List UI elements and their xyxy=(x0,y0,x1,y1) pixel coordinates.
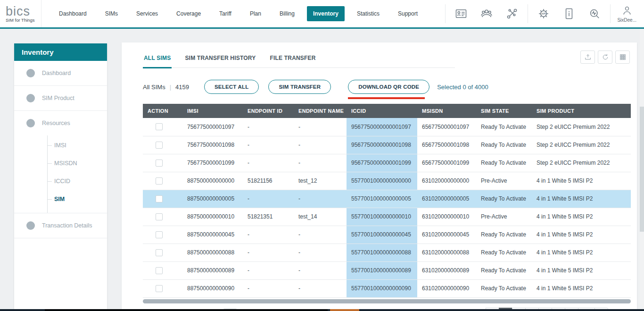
sidebar-item-msisdn[interactable]: MSISDN xyxy=(48,154,107,172)
user-menu[interactable]: SixDee... xyxy=(613,0,644,27)
bullet-icon xyxy=(26,94,35,102)
sidebar-item-sim[interactable]: SIM xyxy=(48,190,107,208)
sim-state-cell: Ready To Activate xyxy=(476,279,532,297)
tab[interactable]: FILE TRANSFER xyxy=(269,53,316,68)
column-header[interactable]: ENDPOINT ID xyxy=(243,104,294,118)
table-row: 887500000000045 - - 5577001000000000045 … xyxy=(143,226,631,244)
endpoint-name-cell: - xyxy=(294,154,347,172)
toolbar: All SIMs | 4159 SELECT ALL SIM TRANSFER … xyxy=(143,80,631,94)
sidebar-item-resources[interactable]: Resources xyxy=(14,111,107,135)
nav-item[interactable]: Plan xyxy=(244,6,267,21)
sim-state-cell: Ready To Activate xyxy=(476,154,532,172)
row-checkbox[interactable] xyxy=(156,142,163,149)
endpoint-id-cell: - xyxy=(243,154,294,172)
msisdn-cell: 656775000001098 xyxy=(417,136,476,154)
sim-state-cell: Pre-Active xyxy=(476,208,532,226)
nav-item[interactable]: Dashboard xyxy=(53,6,93,21)
sim-transfer-button[interactable]: SIM TRANSFER xyxy=(268,80,331,94)
contact-card-icon[interactable] xyxy=(454,7,468,21)
selected-count-text: Selected 0 of 4000 xyxy=(437,84,488,91)
row-checkbox[interactable] xyxy=(156,285,163,292)
column-header[interactable]: MSISDN xyxy=(417,104,476,118)
column-header[interactable]: SIM PRODUCT xyxy=(532,104,631,118)
row-checkbox[interactable] xyxy=(156,123,163,130)
row-checkbox[interactable] xyxy=(156,231,163,238)
vertical-scrollbar[interactable] xyxy=(640,29,644,309)
column-header[interactable]: ENDPOINT NAME xyxy=(294,104,347,118)
sim-state-cell: Ready To Activate xyxy=(476,136,532,154)
msisdn-cell: 631020000000045 xyxy=(417,226,476,244)
endpoint-id-cell: - xyxy=(243,226,294,244)
tab[interactable]: SIM TRANSFER HISTORY xyxy=(184,53,256,68)
divider xyxy=(610,4,611,23)
sim-product-cell: Step 2 eUICC Premium 2022 xyxy=(532,136,631,154)
diagnostics-icon[interactable] xyxy=(587,7,602,21)
vertical-scrollbar-thumb[interactable] xyxy=(640,107,644,232)
nav-item[interactable]: Coverage xyxy=(170,6,207,21)
svg-text:API: API xyxy=(542,12,546,15)
row-checkbox[interactable] xyxy=(156,160,163,167)
action-cell xyxy=(143,261,182,279)
refresh-icon[interactable] xyxy=(598,50,612,64)
nav-item[interactable]: Support xyxy=(392,6,424,21)
action-cell xyxy=(143,190,182,208)
imsi-cell: 887500000000089 xyxy=(182,261,243,279)
column-header[interactable]: ACTION xyxy=(143,104,182,118)
action-cell xyxy=(143,226,182,244)
row-checkbox[interactable] xyxy=(156,267,163,274)
brand-logo[interactable]: bics SIM for Things xyxy=(0,0,41,27)
sim-product-cell: 4 in 1 White 5 IMSI P2 xyxy=(532,208,631,226)
column-header[interactable]: ICCID xyxy=(347,104,417,118)
select-all-button[interactable]: SELECT ALL xyxy=(204,80,259,94)
nav-item[interactable]: Services xyxy=(130,6,164,21)
topbar: bics SIM for Things Dashboard SIMs Servi… xyxy=(0,0,644,29)
info-document-icon[interactable] xyxy=(562,7,576,21)
nav-item[interactable]: Tariff xyxy=(213,6,238,21)
sidebar-title: Inventory xyxy=(14,43,107,61)
sidebar: Inventory Dashboard SIM Product Resource… xyxy=(14,43,107,309)
resources-subtree: IMSI MSISDN ICCID SIM xyxy=(47,135,107,213)
row-checkbox[interactable] xyxy=(156,213,163,220)
imsi-cell: 756775000001099 xyxy=(182,154,243,172)
nav-item[interactable]: Statistics xyxy=(351,6,386,21)
nav-item[interactable]: Billing xyxy=(273,6,301,21)
list-label: All SIMs xyxy=(143,84,165,91)
integrations-icon[interactable] xyxy=(505,7,519,21)
column-header[interactable]: SIM STATE xyxy=(476,104,532,118)
columns-grid-icon[interactable] xyxy=(615,50,630,64)
sidebar-item-imsi[interactable]: IMSI xyxy=(48,136,107,154)
tabs-row: ALL SIMS SIM TRANSFER HISTORY FILE TRANS… xyxy=(143,53,631,68)
nav-item[interactable]: Inventory xyxy=(307,6,345,21)
iccid-cell: 5577001000000000005 xyxy=(347,190,417,208)
nav-item[interactable]: SIMs xyxy=(99,6,124,21)
iccid-cell: 5577001000000000000 xyxy=(347,172,417,190)
sidebar-item-iccid[interactable]: ICCID xyxy=(48,172,107,190)
row-checkbox[interactable] xyxy=(156,249,163,256)
row-checkbox[interactable] xyxy=(156,195,163,202)
endpoint-name-cell: - xyxy=(294,190,347,208)
sidebar-item-dashboard[interactable]: Dashboard xyxy=(14,61,107,86)
horizontal-scrollbar[interactable] xyxy=(143,299,631,303)
action-cell xyxy=(143,154,182,172)
imsi-cell: 887500000000005 xyxy=(182,190,243,208)
column-header[interactable]: IMSI xyxy=(182,104,243,118)
table-row: 756775000001097 - - 9567750000000001097 … xyxy=(143,118,631,136)
sidebar-item-label: Resources xyxy=(42,120,70,126)
main-content: ALL SIMS SIM TRANSFER HISTORY FILE TRANS… xyxy=(122,42,637,309)
export-icon[interactable] xyxy=(580,50,595,64)
brand-tagline: SIM for Things xyxy=(6,17,37,23)
sidebar-item-sim-product[interactable]: SIM Product xyxy=(14,86,107,111)
sidebar-item-transaction-details[interactable]: Transaction Details xyxy=(14,213,107,238)
bullet-icon xyxy=(26,221,35,230)
download-qr-code-button[interactable]: DOWNLOAD QR CODE xyxy=(348,80,429,94)
tab[interactable]: ALL SIMS xyxy=(143,53,172,68)
divider xyxy=(445,4,446,23)
brand-logo-text: bics xyxy=(6,6,37,17)
taskbar-segment xyxy=(45,309,328,311)
row-checkbox[interactable] xyxy=(156,177,163,185)
table-row: 756775000001099 - - 9567750000000001099 … xyxy=(143,154,631,172)
iccid-cell: 9567750000000001099 xyxy=(347,154,417,172)
api-settings-icon[interactable]: API xyxy=(537,7,551,21)
user-group-icon[interactable] xyxy=(479,7,494,21)
iccid-cell: 5577001000000000010 xyxy=(347,208,417,226)
